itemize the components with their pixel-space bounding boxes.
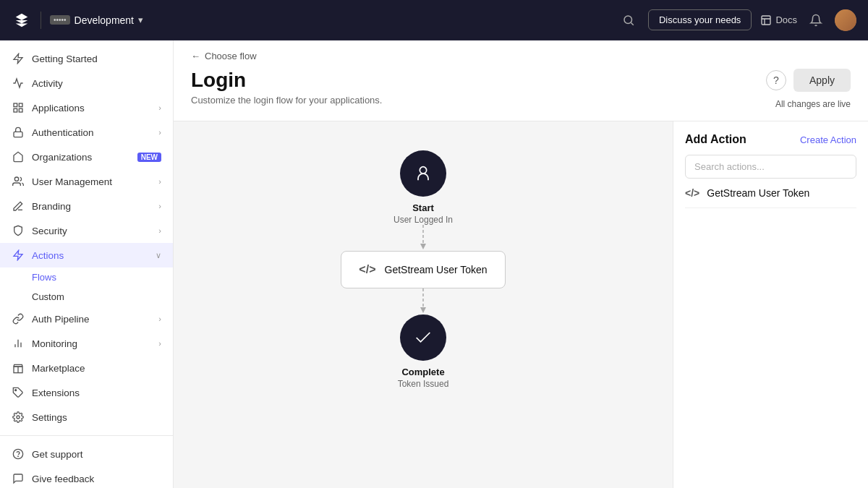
sidebar-item-label: Auth Pipeline bbox=[32, 314, 151, 325]
sidebar-item-give-feedback[interactable]: Give feedback bbox=[0, 466, 173, 488]
sidebar-item-label: Getting Started bbox=[32, 53, 161, 64]
live-status-badge: All changes are live bbox=[775, 99, 851, 109]
flow-node-start[interactable]: Start User Logged In bbox=[393, 150, 453, 225]
sidebar-item-user-management[interactable]: User Management › bbox=[0, 169, 173, 194]
sidebar-item-label: Get support bbox=[32, 449, 161, 460]
sidebar-item-label: Actions bbox=[32, 250, 148, 261]
grid-icon bbox=[12, 101, 25, 114]
panel-action-item-getstream[interactable]: </> GetStream User Token bbox=[685, 179, 856, 208]
discuss-button[interactable]: Discuss your needs bbox=[648, 9, 752, 30]
svg-rect-2 bbox=[14, 103, 17, 107]
svg-point-0 bbox=[624, 16, 632, 24]
complete-title: Complete bbox=[398, 367, 449, 377]
chevron-right-icon: › bbox=[158, 314, 161, 323]
sidebar-item-label: Settings bbox=[32, 412, 161, 423]
sidebar-bottom: Get support Give feedback Switch back bbox=[0, 435, 173, 488]
flow-arrow-1 bbox=[417, 225, 429, 251]
page-header: Login Customize the login flow for your … bbox=[174, 61, 868, 121]
nav-divider bbox=[41, 12, 41, 29]
svg-point-12 bbox=[18, 456, 19, 457]
notifications-bell-icon[interactable] bbox=[806, 10, 826, 30]
sidebar-item-activity[interactable]: Activity bbox=[0, 71, 173, 95]
page-header-right: ? Apply All changes are live bbox=[766, 69, 851, 109]
complete-node-label: Complete Token Issued bbox=[398, 367, 449, 389]
complete-node-circle bbox=[400, 314, 446, 361]
back-arrow-icon: ← bbox=[191, 51, 200, 61]
zap-icon bbox=[12, 249, 25, 262]
chat-icon bbox=[12, 472, 25, 485]
sidebar-item-branding[interactable]: Branding › bbox=[0, 194, 173, 218]
svg-point-13 bbox=[420, 167, 426, 174]
sidebar-item-extensions[interactable]: Extensions bbox=[0, 380, 173, 405]
svg-point-9 bbox=[15, 390, 17, 391]
env-badge: ••••• bbox=[50, 15, 70, 25]
bar-chart-icon bbox=[12, 337, 25, 350]
pen-icon bbox=[12, 200, 25, 213]
activity-icon bbox=[12, 77, 25, 90]
chevron-down-icon: ∨ bbox=[156, 251, 161, 260]
svg-marker-17 bbox=[420, 307, 426, 313]
docs-button[interactable]: Docs bbox=[760, 14, 797, 26]
chevron-right-icon: › bbox=[158, 339, 161, 348]
store-icon bbox=[12, 361, 25, 374]
help-icon[interactable]: ? bbox=[766, 70, 786, 90]
sidebar-item-organizations[interactable]: Organizations NEW bbox=[0, 145, 173, 169]
breadcrumb[interactable]: ← Choose flow bbox=[174, 40, 868, 61]
sidebar-item-applications[interactable]: Applications › bbox=[0, 95, 173, 120]
chevron-right-icon: › bbox=[158, 202, 161, 210]
sidebar-item-monitoring[interactable]: Monitoring › bbox=[0, 331, 173, 356]
sidebar-item-marketplace[interactable]: Marketplace bbox=[0, 356, 173, 380]
page-title: Login bbox=[191, 69, 382, 92]
chevron-right-icon: › bbox=[158, 226, 161, 235]
flow-canvas: Start User Logged In </> bbox=[174, 121, 673, 488]
sidebar-item-actions[interactable]: Actions ∨ bbox=[0, 243, 173, 267]
sidebar-item-settings[interactable]: Settings bbox=[0, 405, 173, 429]
svg-rect-3 bbox=[19, 103, 22, 107]
docs-label: Docs bbox=[775, 14, 797, 25]
sidebar-item-get-support[interactable]: Get support bbox=[0, 442, 173, 466]
svg-rect-1 bbox=[762, 16, 770, 25]
sidebar-item-security[interactable]: Security › bbox=[0, 218, 173, 243]
sidebar-item-auth-pipeline[interactable]: Auth Pipeline › bbox=[0, 307, 173, 331]
main-layout: Getting Started Activity Applications › bbox=[0, 40, 868, 488]
sidebar-item-label: Give feedback bbox=[32, 474, 161, 484]
search-actions-input[interactable] bbox=[685, 155, 856, 179]
apply-button[interactable]: Apply bbox=[793, 69, 851, 92]
sidebar-item-label: User Management bbox=[32, 176, 151, 187]
svg-rect-4 bbox=[14, 108, 17, 112]
chevron-right-icon: › bbox=[158, 177, 161, 186]
svg-point-7 bbox=[14, 177, 18, 181]
logo[interactable] bbox=[12, 10, 32, 30]
sidebar-item-label: Security bbox=[32, 226, 151, 236]
flow-arrow-2 bbox=[417, 288, 429, 314]
search-button[interactable] bbox=[618, 9, 639, 31]
flow-node-complete[interactable]: Complete Token Issued bbox=[398, 314, 449, 389]
sidebar: Getting Started Activity Applications › bbox=[0, 40, 174, 488]
create-action-link[interactable]: Create Action bbox=[800, 134, 856, 145]
panel-header: Add Action Create Action bbox=[685, 133, 856, 146]
sidebar-item-label: Marketplace bbox=[32, 363, 161, 374]
lock-icon bbox=[12, 126, 25, 139]
avatar[interactable] bbox=[835, 9, 856, 31]
env-chevron-icon: ▾ bbox=[138, 14, 143, 25]
topnav-right: Discuss your needs Docs bbox=[618, 9, 856, 31]
start-title: Start bbox=[393, 202, 453, 213]
flow-action-getstream[interactable]: </> GetStream User Token bbox=[341, 251, 505, 288]
main-content: ← Choose flow Login Customize the login … bbox=[174, 40, 868, 488]
sidebar-item-label: Branding bbox=[32, 201, 151, 212]
sidebar-item-getting-started[interactable]: Getting Started bbox=[0, 46, 173, 71]
sidebar-item-label: Organizations bbox=[32, 152, 127, 163]
new-badge: NEW bbox=[137, 153, 161, 162]
chevron-right-icon: › bbox=[158, 103, 161, 112]
env-selector[interactable]: ••••• Development ▾ bbox=[50, 14, 143, 26]
complete-subtitle: Token Issued bbox=[398, 379, 449, 389]
circle-question-icon bbox=[12, 448, 25, 461]
actions-submenu: Flows Custom bbox=[0, 267, 173, 307]
chevron-right-icon: › bbox=[158, 128, 161, 137]
sidebar-subitem-flows[interactable]: Flows bbox=[32, 267, 173, 287]
link-icon bbox=[12, 312, 25, 325]
sidebar-subitem-custom[interactable]: Custom bbox=[32, 287, 173, 307]
code-icon: </> bbox=[359, 263, 375, 276]
env-name: Development bbox=[75, 14, 135, 26]
sidebar-item-authentication[interactable]: Authentication › bbox=[0, 120, 173, 145]
